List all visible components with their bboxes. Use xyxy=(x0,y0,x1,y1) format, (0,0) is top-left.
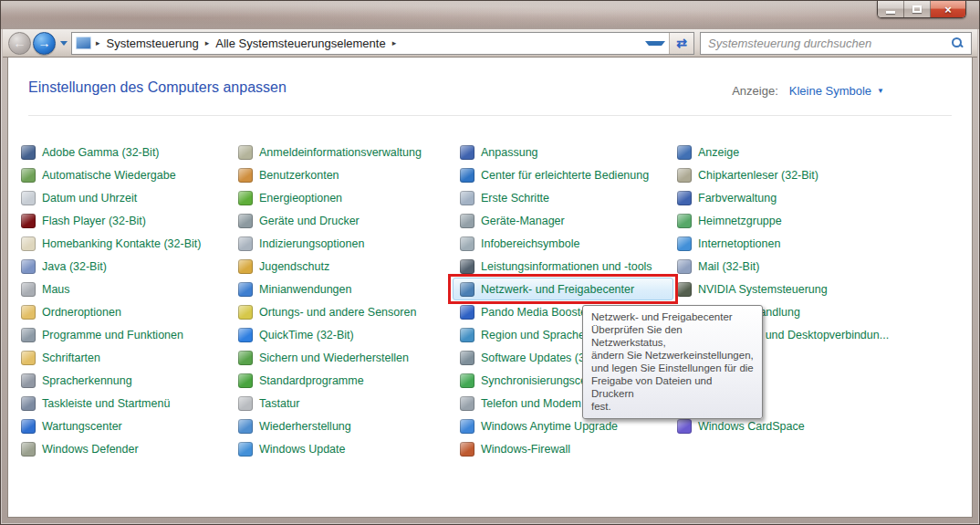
control-panel-item[interactable]: Datum und Uhrzeit xyxy=(21,186,137,209)
item-label: Tastatur xyxy=(259,397,299,410)
control-panel-item[interactable]: Center für erleichterte Bedienung xyxy=(460,163,649,186)
control-panel-item[interactable]: Schriftarten xyxy=(21,346,100,369)
item-label: Spracherkennung xyxy=(42,374,132,387)
control-panel-item[interactable]: Homebanking Kontakte (32-Bit) xyxy=(21,232,201,255)
navigation-bar: ← → ▸ Systemsteuerung ▸ Alle Systemsteue… xyxy=(3,29,977,58)
ease-of-access-icon xyxy=(460,168,474,183)
minimize-button[interactable] xyxy=(878,1,904,17)
control-panel-item[interactable]: NVIDIA Systemsteuerung xyxy=(677,278,828,300)
control-panel-item[interactable]: Spracherkennung xyxy=(21,369,132,392)
item-label: Taskleiste und Startmenü xyxy=(42,397,170,410)
item-label: Mail (32-Bit) xyxy=(698,260,759,273)
control-panel-item[interactable]: Telefon und Modem xyxy=(460,392,581,415)
close-icon: × xyxy=(944,4,952,16)
crumb-arrow-icon[interactable]: ▸ xyxy=(201,38,214,47)
window-controls: × xyxy=(877,1,966,18)
title-bar[interactable]: × xyxy=(1,1,979,29)
control-panel-item[interactable]: Windows-Firewall xyxy=(460,437,570,460)
control-panel-item[interactable]: Benutzerkonten xyxy=(238,163,339,186)
explorer-window: × ← → ▸ Systemsteuerung ▸ Alle Systemste… xyxy=(0,0,980,525)
maximize-button[interactable] xyxy=(904,1,931,17)
control-panel-item[interactable]: Energieoptionen xyxy=(238,186,342,209)
crumb-arrow-icon[interactable]: ▸ xyxy=(91,38,105,47)
control-panel-item[interactable]: Maus xyxy=(21,278,70,300)
control-panel-item[interactable]: Minianwendungen xyxy=(238,278,351,300)
control-panel-item[interactable]: Flash Player (32-Bit) xyxy=(21,209,146,232)
control-panel-item[interactable]: Taskleiste und Startmenü xyxy=(21,392,170,415)
internet-options-icon xyxy=(677,236,692,251)
forward-button[interactable]: → xyxy=(33,32,56,55)
flash-player-icon xyxy=(21,214,36,228)
item-label: Windows Defender xyxy=(42,443,139,456)
search-icon[interactable] xyxy=(951,37,964,49)
item-label: Wartungscenter xyxy=(42,420,122,433)
search-input[interactable]: Systemsteuerung durchsuchen xyxy=(700,32,972,55)
breadcrumb-systemsteuerung[interactable]: Systemsteuerung xyxy=(105,36,201,51)
breadcrumb-alle-elemente[interactable]: Alle Systemsteuerungselemente xyxy=(214,36,387,51)
content-area: Einstellungen des Computers anpassen Anz… xyxy=(8,58,972,517)
control-panel-item[interactable]: Indizierungsoptionen xyxy=(238,232,364,255)
control-panel-item[interactable]: Ortungs- und andere Sensoren xyxy=(238,300,416,323)
control-panel-item[interactable]: Sichern und Wiederherstellen xyxy=(238,346,409,369)
control-panel-item[interactable]: Infobereichsymbole xyxy=(460,232,579,255)
control-panel-item[interactable]: Windows Defender xyxy=(21,437,139,460)
control-panel-item[interactable]: Programme und Funktionen xyxy=(21,323,183,346)
color-management-icon xyxy=(677,191,692,205)
control-panel-item[interactable]: Region und Sprache xyxy=(460,323,585,346)
software-updates-icon xyxy=(460,351,474,365)
control-panel-item[interactable]: Internetoptionen xyxy=(677,232,780,255)
control-panel-item[interactable]: Standardprogramme xyxy=(238,369,364,392)
address-dropdown-icon[interactable] xyxy=(645,41,665,46)
item-label: Ortungs- und andere Sensoren xyxy=(259,306,416,319)
control-panel-item[interactable]: Anmeldeinformationsverwaltung xyxy=(238,141,422,163)
item-label: Heimnetzgruppe xyxy=(698,215,782,227)
item-label: Flash Player (32-Bit) xyxy=(42,215,146,227)
control-panel-item[interactable]: Tastatur xyxy=(238,392,299,415)
control-panel-item[interactable]: Geräte und Drucker xyxy=(238,209,360,232)
close-button[interactable]: × xyxy=(931,1,965,17)
mouse-icon xyxy=(21,282,36,297)
control-panel-item[interactable]: Wartungscenter xyxy=(21,415,122,437)
refresh-button[interactable]: ⇄ xyxy=(669,33,693,54)
item-label: Infobereichsymbole xyxy=(481,237,579,250)
back-button[interactable]: ← xyxy=(8,32,31,55)
anytime-upgrade-icon xyxy=(460,419,474,434)
search-placeholder: Systemsteuerung durchsuchen xyxy=(708,37,951,50)
crumb-arrow-icon[interactable]: ▸ xyxy=(388,38,401,47)
firewall-icon xyxy=(460,442,474,457)
item-label: Automatische Wiedergabe xyxy=(42,169,176,182)
control-panel-item[interactable]: Anpassung xyxy=(460,141,538,163)
control-panel-item[interactable]: Heimnetzgruppe xyxy=(677,209,782,232)
pando-media-booster-icon xyxy=(460,305,474,320)
control-panel-item[interactable]: Wiederherstellung xyxy=(238,415,351,437)
fonts-folder-icon xyxy=(21,351,36,365)
control-panel-item[interactable]: Java (32-Bit) xyxy=(21,255,107,278)
control-panel-item[interactable]: Chipkartenleser (32-Bit) xyxy=(677,163,818,186)
control-panel-item[interactable]: Windows Update xyxy=(238,437,346,460)
region-language-icon xyxy=(460,328,474,342)
control-panel-item[interactable]: Erste Schritte xyxy=(460,186,549,209)
action-center-flag-icon xyxy=(21,419,36,434)
keyboard-icon xyxy=(238,396,253,411)
item-label: Minianwendungen xyxy=(259,283,351,296)
control-panel-item[interactable]: Adobe Gamma (32-Bit) xyxy=(21,141,160,163)
history-dropdown-icon[interactable] xyxy=(60,41,68,46)
control-panel-item[interactable]: Geräte-Manager xyxy=(460,209,565,232)
control-panel-item[interactable]: Automatische Wiedergabe xyxy=(21,163,176,186)
control-panel-item[interactable]: Farbverwaltung xyxy=(677,186,777,209)
performance-tools-icon xyxy=(460,259,474,274)
phone-modem-icon xyxy=(460,396,474,411)
control-panel-item[interactable]: Jugendschutz xyxy=(238,255,329,278)
defender-castle-icon xyxy=(21,442,36,457)
control-panel-item[interactable]: Ordneroptionen xyxy=(21,300,121,323)
item-label: Maus xyxy=(42,283,70,296)
quicktime-icon xyxy=(238,328,253,342)
credential-vault-icon xyxy=(238,145,253,160)
address-bar[interactable]: ▸ Systemsteuerung ▸ Alle Systemsteuerung… xyxy=(71,32,694,55)
control-panel-item[interactable]: Mail (32-Bit) xyxy=(677,255,759,278)
getting-started-icon xyxy=(460,191,474,205)
recovery-icon xyxy=(238,419,253,434)
item-label: QuickTime (32-Bit) xyxy=(259,329,354,341)
control-panel-item[interactable]: QuickTime (32-Bit) xyxy=(238,323,354,346)
control-panel-item[interactable]: Anzeige xyxy=(677,141,739,163)
